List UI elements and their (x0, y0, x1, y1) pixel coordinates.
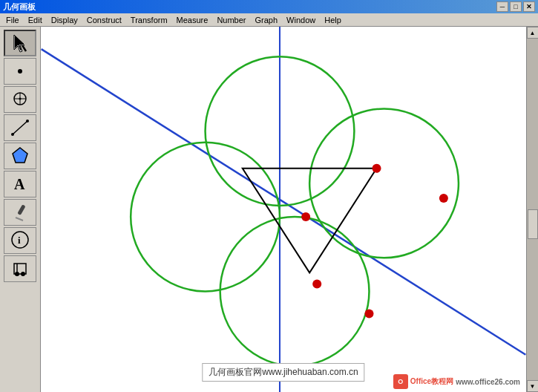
watermark: 几何画板官网www.jihehuaban.com.cn (202, 363, 364, 382)
office-icon: O (393, 374, 408, 389)
point-tool[interactable] (4, 58, 36, 85)
geometry-canvas (41, 27, 526, 392)
scroll-thumb-right[interactable] (528, 209, 538, 239)
close-button[interactable]: ✕ (523, 1, 535, 12)
svg-point-33 (439, 194, 448, 203)
marker-tool[interactable] (4, 199, 36, 226)
svg-point-34 (364, 310, 373, 318)
svg-marker-12 (13, 148, 27, 163)
scrollbar-right: ▲ ▼ (526, 27, 538, 392)
svg-point-16 (12, 232, 28, 248)
title-bar-buttons: ─ □ ✕ (496, 1, 535, 12)
menu-measure[interactable]: Measure (172, 15, 213, 25)
compass-tool[interactable] (4, 86, 36, 113)
line-tool[interactable] (4, 114, 36, 141)
svg-line-23 (42, 49, 526, 355)
title-text: 几何画板 (3, 1, 36, 13)
menu-display[interactable]: Display (47, 15, 82, 25)
office-site: www.office26.com (456, 378, 520, 386)
text-tool[interactable]: A (4, 171, 36, 197)
svg-point-19 (15, 272, 19, 276)
svg-point-5 (14, 93, 26, 105)
svg-marker-2 (14, 35, 24, 52)
scroll-track-right[interactable] (527, 39, 539, 380)
svg-line-15 (16, 218, 23, 220)
svg-point-31 (372, 164, 381, 173)
svg-marker-0 (14, 35, 24, 50)
menu-window[interactable]: Window (282, 15, 320, 25)
minimize-button[interactable]: ─ (496, 1, 508, 12)
svg-point-20 (21, 272, 25, 276)
info-tool[interactable]: i (4, 227, 36, 254)
menu-bar: File Edit Display Construct Transform Me… (0, 13, 538, 27)
svg-point-30 (301, 212, 310, 221)
polygon-tool[interactable] (4, 143, 36, 169)
scroll-down-button[interactable]: ▼ (527, 380, 539, 392)
office-text: Office教程网 (410, 376, 453, 387)
svg-point-6 (19, 98, 22, 100)
menu-number[interactable]: Number (212, 15, 250, 25)
toolbar: A i (0, 27, 41, 392)
svg-point-11 (26, 120, 29, 122)
watermark-text: 几何画板官网www.jihehuaban.com.cn (209, 367, 358, 377)
svg-text:i: i (18, 235, 21, 246)
maximize-button[interactable]: □ (510, 1, 522, 12)
scroll-up-button[interactable]: ▲ (527, 27, 539, 39)
svg-marker-3 (15, 36, 24, 50)
menu-transform[interactable]: Transform (126, 15, 172, 25)
svg-point-28 (220, 217, 370, 366)
main-area: A i (0, 27, 538, 392)
menu-edit[interactable]: Edit (24, 15, 47, 25)
menu-file[interactable]: File (1, 15, 24, 25)
svg-rect-14 (17, 204, 25, 215)
svg-point-10 (11, 133, 14, 136)
svg-point-4 (18, 69, 22, 74)
svg-point-32 (312, 279, 321, 288)
office-badge: O Office教程网 www.office26.com (393, 374, 520, 389)
menu-graph[interactable]: Graph (251, 15, 283, 25)
menu-help[interactable]: Help (320, 15, 346, 25)
select-tool[interactable] (4, 30, 36, 56)
svg-marker-18 (14, 264, 26, 274)
menu-construct[interactable]: Construct (82, 15, 126, 25)
svg-marker-22 (15, 272, 19, 275)
svg-line-1 (22, 45, 26, 51)
canvas-area[interactable]: 几何画板官网www.jihehuaban.com.cn O Office教程网 … (41, 27, 526, 392)
svg-text:A: A (14, 176, 25, 192)
svg-line-9 (13, 121, 27, 134)
svg-point-26 (131, 143, 280, 292)
animate-tool[interactable] (4, 255, 36, 282)
title-bar: 几何画板 ─ □ ✕ (0, 0, 538, 13)
